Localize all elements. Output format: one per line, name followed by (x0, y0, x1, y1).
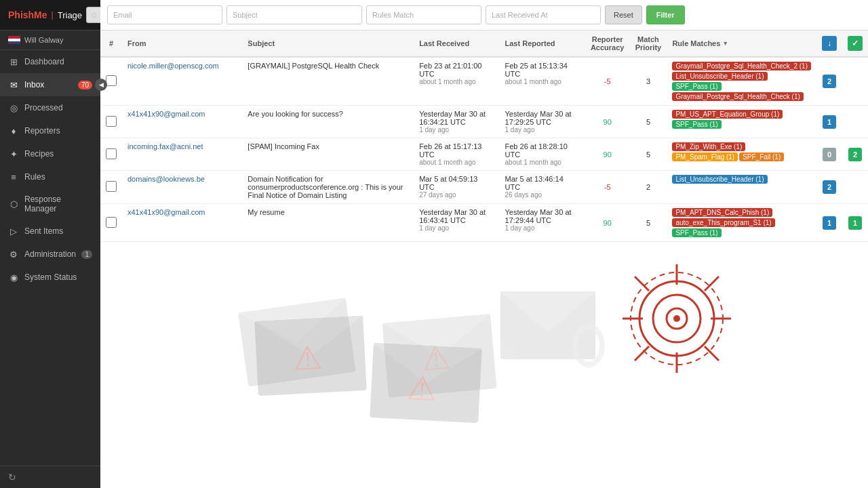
row-priority: 5 (629, 138, 667, 171)
flag-icon (8, 36, 20, 44)
rule-tag[interactable]: Graymail_Postgre_Sql_Health_Check_2 (1) (672, 62, 811, 70)
badge-2: 1 (848, 216, 862, 230)
col-icon-blue[interactable]: ↓ (822, 36, 837, 51)
rule-tag[interactable]: Graymail_Postgre_Sql_Health_Check (1) (672, 92, 803, 101)
inbox-badge: 70 (78, 81, 92, 89)
last-reported-ago: 1 day ago (505, 126, 580, 134)
row-checkbox[interactable] (106, 148, 117, 159)
filter-button[interactable]: Filter (646, 5, 685, 24)
sidebar-label-administration: Administration (24, 249, 76, 259)
rule-tag[interactable]: PM_Spam_Flag (1) (672, 152, 738, 161)
row-subject: Are you looking for success? (242, 106, 414, 138)
rules-icon: ≡ (8, 171, 19, 182)
row-last-reported: Mar 5 at 13:46:14 UTC 26 days ago (500, 171, 585, 204)
rule-tag[interactable]: auto_exe_This_program_S1 (1) (672, 218, 774, 227)
row-last-received: Feb 26 at 15:17:13 UTC about 1 month ago (414, 138, 499, 171)
col-header-from[interactable]: From (122, 30, 242, 57)
row-accuracy: -5 (585, 57, 630, 106)
sidebar-item-processed[interactable]: ◎ Processed (0, 96, 100, 119)
rule-tag[interactable]: PM_Zip_With_Exe (1) (672, 142, 745, 151)
processed-icon: ◎ (8, 102, 19, 113)
row-last-reported: Yesterday Mar 30 at 17:29:25 UTC 1 day a… (500, 106, 585, 138)
from-email[interactable]: domains@looknews.be (127, 175, 205, 183)
inbox-icon: ✉ (8, 79, 19, 90)
sidebar-collapse-btn[interactable]: ◀ (95, 79, 107, 91)
rules-input[interactable] (366, 5, 481, 24)
rule-tag[interactable]: SPF_Pass (1) (672, 82, 721, 91)
subject-text: [GRAYMAIL] PostgreSQL Health Check (248, 62, 379, 70)
from-email[interactable]: x41x41x90@gmail.com (127, 110, 205, 118)
last-received-ago: about 1 month ago (419, 78, 494, 85)
row-from: x41x41x90@gmail.com (122, 204, 242, 242)
row-checkbox[interactable] (106, 75, 117, 86)
date-input[interactable] (486, 5, 601, 24)
logo-separator: | (52, 10, 54, 20)
badge-1: 1 (823, 115, 836, 129)
sidebar-item-rules[interactable]: ≡ Rules (0, 165, 100, 188)
rule-tag[interactable]: SPF_Fail (1) (739, 152, 784, 161)
badge-1: 2 (823, 180, 836, 194)
col-header-match-priority[interactable]: MatchPriority (629, 30, 667, 57)
from-email[interactable]: nicole.miller@openscg.com (127, 62, 219, 70)
last-received-ago: 1 day ago (419, 126, 494, 134)
sidebar-item-sent-items[interactable]: ▷ Sent Items (0, 220, 100, 243)
from-email[interactable]: x41x41x90@gmail.com (127, 208, 205, 216)
row-subject: [SPAM] Incoming Fax (242, 138, 414, 171)
row-from: domains@looknews.be (122, 171, 242, 204)
row-from: x41x41x90@gmail.com (122, 106, 242, 138)
sidebar-item-system-status[interactable]: ◉ System Status (0, 266, 100, 289)
from-email[interactable]: incoming.fax@acni.net (127, 142, 203, 150)
rule-matches-header: Rule Matches ▼ (672, 39, 728, 47)
row-badge2 (842, 106, 868, 138)
row-priority: 2 (629, 171, 667, 204)
col-header-last-received[interactable]: Last Received (414, 30, 499, 57)
row-checkbox[interactable] (106, 217, 117, 228)
sidebar-bottom-icon[interactable]: ↻ (8, 472, 16, 483)
rule-tag[interactable]: PM_APT_DNS_Calc_Phish (1) (672, 208, 772, 217)
sidebar-item-reporters[interactable]: ♦ Reporters (0, 119, 100, 142)
rule-tag[interactable]: SPF_Pass (1) (672, 228, 721, 237)
row-from: nicole.miller@openscg.com (122, 57, 242, 106)
table-row: x41x41x90@gmail.com Are you looking for … (100, 106, 868, 138)
rule-tag[interactable]: List_Unsubscribe_Header (1) (672, 175, 767, 184)
row-badge1: 1 (816, 204, 842, 242)
last-reported-ago: about 1 month ago (505, 159, 580, 166)
priority-value: 3 (646, 77, 650, 85)
row-badge1: 2 (816, 171, 842, 204)
last-reported-date: Yesterday Mar 30 at 17:29:44 UTC (505, 208, 580, 224)
row-subject: [GRAYMAIL] PostgreSQL Health Check (242, 57, 414, 106)
sidebar-item-recipes[interactable]: ✦ Recipes (0, 142, 100, 165)
priority-value: 5 (646, 150, 650, 159)
last-received-date: Yesterday Mar 30 at 16:34:21 UTC (419, 110, 494, 126)
sidebar-item-response-manager[interactable]: ⬡ Response Manager (0, 188, 100, 220)
row-checkbox[interactable] (106, 181, 117, 192)
tags-container: List_Unsubscribe_Header (1) (672, 175, 811, 184)
rule-tag[interactable]: List_Unsubscribe_Header (1) (672, 72, 767, 81)
col-header-subject[interactable]: Subject (242, 30, 414, 57)
row-checkbox[interactable] (106, 116, 117, 127)
sidebar-item-dashboard[interactable]: ⊞ Dashboard (0, 50, 100, 73)
last-received-date: Yesterday Mar 30 at 16:43:41 UTC (419, 208, 494, 224)
tags-container: PM_APT_DNS_Calc_Phish (1)auto_exe_This_p… (672, 208, 811, 237)
email-input[interactable] (107, 5, 222, 24)
subject-text: [SPAM] Incoming Fax (248, 142, 319, 150)
last-received-date: Feb 26 at 15:17:13 UTC (419, 142, 494, 159)
col-icon-green[interactable]: ✓ (848, 36, 863, 51)
col-header-icon1: ↓ (816, 30, 842, 57)
accuracy-score: -5 (604, 77, 611, 85)
col-header-last-reported[interactable]: Last Reported (500, 30, 585, 57)
sidebar-item-inbox[interactable]: ✉ Inbox 70 ◀ (0, 73, 100, 96)
sidebar-item-administration[interactable]: ⚙ Administration 1 (0, 243, 100, 266)
col-header-reporter-accuracy[interactable]: ReporterAccuracy (585, 30, 630, 57)
col-header-rule-matches[interactable]: Rule Matches ▼ (667, 30, 816, 57)
rule-tag[interactable]: SPF_Pass (1) (672, 120, 721, 129)
email-table-container: # From Subject Last Received Last Report… (100, 30, 868, 488)
reset-button[interactable]: Reset (605, 5, 642, 24)
sidebar-label-recipes: Recipes (24, 149, 54, 159)
app-logo: PhishMe | Triage ⧉ ⚙ ≡ (0, 0, 100, 30)
dashboard-icon: ⊞ (8, 56, 19, 67)
admin-badge: 1 (81, 250, 92, 259)
rule-tag[interactable]: PM_US_APT_Equation_Group (1) (672, 110, 783, 119)
subject-input[interactable] (226, 5, 362, 24)
row-badge2: 1 (842, 204, 868, 242)
